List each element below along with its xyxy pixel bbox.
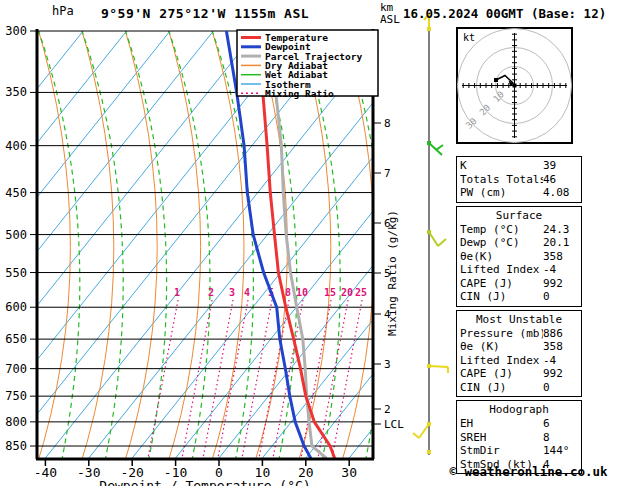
stats-label: θe(K)	[460, 250, 543, 264]
wind-barb-dot	[427, 141, 431, 145]
pressure-tick-label: 550	[5, 266, 27, 280]
stats-value: 992	[543, 367, 578, 381]
stats-value: 144°	[543, 444, 578, 458]
mixing-axis-title: Mixing Ratio (g/kg)	[386, 210, 399, 336]
altitude-unit-asl: ASL	[380, 14, 400, 26]
mixing-ratio-label: 10	[296, 287, 308, 298]
stats-row: EH6	[460, 417, 578, 431]
stats-row: Totals Totals46	[460, 173, 578, 187]
stats-row: CAPE (J)992	[460, 367, 578, 381]
copyright: © weatheronline.co.uk	[428, 464, 629, 479]
pressure-tick-label: 450	[5, 186, 27, 200]
stats-value: 0	[543, 290, 578, 304]
stats-label: StmDir	[460, 444, 543, 458]
pressure-tick-label: 650	[5, 332, 27, 346]
stats-label: Lifted Index	[460, 354, 543, 368]
mixing-ratio-label: 2	[208, 287, 214, 298]
mixing-ratio-label: 8	[285, 287, 291, 298]
stats-value: 4.08	[543, 186, 578, 200]
stats-table: SurfaceTemp (°C)24.3Dewp (°C)20.1θe(K)35…	[456, 206, 582, 307]
pressure-tick-label: 600	[5, 300, 27, 314]
stats-row: Temp (°C)24.3	[460, 223, 578, 237]
stats-tables: K39Totals Totals46PW (cm)4.08SurfaceTemp…	[456, 156, 582, 477]
wind-barb-dot	[427, 27, 431, 31]
stats-value: -4	[543, 263, 578, 277]
pressure-tick-label: 300	[5, 24, 27, 38]
stats-value: 358	[543, 250, 578, 264]
stats-value: 0	[543, 381, 578, 395]
stats-table: Most UnstablePressure (mb)886θe (K)358Li…	[456, 310, 582, 398]
hodograph: 102030kt	[457, 28, 572, 143]
stats-row: CIN (J)0	[460, 381, 578, 395]
stats-table-title: Hodograph	[460, 403, 578, 417]
stats-label: Lifted Index	[460, 263, 543, 277]
stats-label: θe (K)	[460, 340, 543, 354]
mixing-ratio-label: 20	[341, 287, 353, 298]
legend: TemperatureDewpointParcel TrajectoryDry …	[237, 30, 378, 99]
stats-row: Lifted Index-4	[460, 354, 578, 368]
stats-row: Pressure (mb)886	[460, 327, 578, 341]
stats-label: Dewp (°C)	[460, 236, 543, 250]
pressure-tick-label: 350	[5, 85, 27, 99]
stats-table-title: Most Unstable	[460, 313, 578, 327]
mixing-ratio-label: 4	[244, 287, 250, 298]
stats-row: SREH8	[460, 431, 578, 445]
stats-row: StmDir144°	[460, 444, 578, 458]
wind-barb	[429, 366, 448, 367]
altitude-unit-label: km ASL	[380, 2, 400, 26]
stats-value: 24.3	[543, 223, 578, 237]
hodograph-origin-dot	[513, 84, 517, 88]
stats-row: CAPE (J)992	[460, 277, 578, 291]
wind-barb-dot	[427, 230, 431, 234]
wind-barb	[436, 145, 443, 150]
stats-label: CIN (J)	[460, 290, 543, 304]
mixing-ratio-label: 25	[355, 287, 367, 298]
wind-barb-dot	[427, 450, 431, 454]
wind-barb-dot	[427, 422, 431, 426]
stats-label: Temp (°C)	[460, 223, 543, 237]
stats-value: 8	[543, 431, 578, 445]
stats-value: 20.1	[543, 236, 578, 250]
stats-label: PW (cm)	[460, 186, 543, 200]
km-tick-label: 3	[384, 358, 391, 371]
mixing-ratio-label: 15	[324, 287, 336, 298]
stats-row: CIN (J)0	[460, 290, 578, 304]
stats-row: Lifted Index-4	[460, 263, 578, 277]
stats-value: 6	[543, 417, 578, 431]
stats-row: K39	[460, 159, 578, 173]
pressure-tick-label: 500	[5, 228, 27, 242]
pressure-tick-label: 700	[5, 362, 27, 376]
wind-barb-dot	[427, 364, 431, 368]
wind-barb	[429, 232, 438, 246]
stats-value: -4	[543, 354, 578, 368]
mixing-ratio-label: 3	[229, 287, 235, 298]
stats-table-title: Surface	[460, 209, 578, 223]
stats-value: 39	[543, 159, 578, 173]
km-tick-label: 2	[384, 403, 391, 416]
stats-label: EH	[460, 417, 543, 431]
pressure-axis-labels: 300350400450500550600650700750800850	[5, 24, 27, 453]
wind-barb	[438, 239, 446, 246]
mixing-ratio-lines	[148, 300, 362, 458]
stats-table: HodographEH6SREH8StmDir144°StmSpd (kt)4	[456, 400, 582, 474]
stats-value: 358	[543, 340, 578, 354]
stats-label: K	[460, 159, 543, 173]
temp-tick-label: 30	[341, 465, 357, 480]
stats-label: Pressure (mb)	[460, 327, 543, 341]
lcl-label: LCL	[384, 418, 404, 431]
stats-row: PW (cm)4.08	[460, 186, 578, 200]
stats-value: 992	[543, 277, 578, 291]
x-axis-title: Dewpoint / Temperature (°C)	[99, 478, 310, 486]
hodograph-unit-label: kt	[463, 32, 475, 43]
wind-barbs	[413, 13, 448, 455]
km-tick-label: 8	[384, 117, 391, 130]
temp-axis: -40-30-20-100102030Dewpoint / Temperatur…	[34, 460, 357, 486]
stats-value: 886	[543, 327, 578, 341]
pressure-tick-label: 850	[5, 439, 27, 453]
stats-row: θe (K)358	[460, 340, 578, 354]
stats-label: Totals Totals	[460, 173, 543, 187]
stats-label: CIN (J)	[460, 381, 543, 395]
wind-barb	[419, 424, 429, 438]
temp-tick-label: -30	[77, 465, 100, 480]
legend-item-label: Mixing Ratio	[265, 88, 334, 99]
